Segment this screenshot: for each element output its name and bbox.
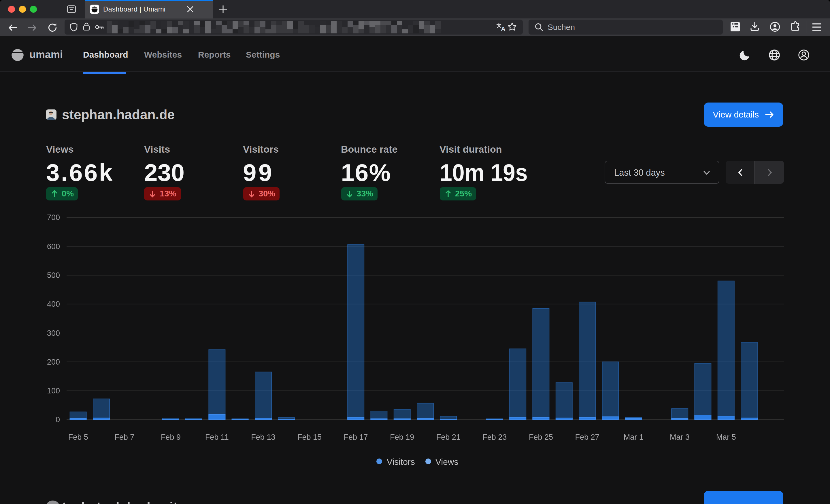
svg-text:Feb 13: Feb 13 — [251, 433, 275, 441]
svg-text:Feb 11: Feb 11 — [205, 433, 229, 441]
svg-text:Feb 15: Feb 15 — [297, 433, 322, 441]
svg-text:500: 500 — [47, 271, 60, 280]
svg-text:Feb 23: Feb 23 — [482, 433, 507, 441]
svg-text:Feb 27: Feb 27 — [575, 433, 600, 441]
svg-text:Mar 5: Mar 5 — [716, 433, 736, 441]
svg-text:Feb 19: Feb 19 — [390, 433, 414, 441]
svg-text:Feb 21: Feb 21 — [436, 433, 460, 441]
svg-text:Feb 5: Feb 5 — [68, 433, 88, 441]
svg-text:Feb 17: Feb 17 — [344, 433, 368, 441]
svg-text:300: 300 — [47, 329, 60, 338]
svg-text:Mar 3: Mar 3 — [670, 433, 690, 441]
svg-text:Feb 7: Feb 7 — [115, 433, 134, 441]
svg-text:600: 600 — [47, 242, 60, 251]
svg-text:400: 400 — [47, 300, 60, 308]
svg-text:Mar 1: Mar 1 — [624, 433, 643, 441]
svg-text:0: 0 — [56, 415, 60, 424]
svg-text:Feb 9: Feb 9 — [161, 433, 181, 441]
svg-text:100: 100 — [47, 387, 60, 395]
svg-text:Feb 25: Feb 25 — [529, 433, 553, 441]
svg-text:200: 200 — [47, 358, 60, 366]
svg-text:700: 700 — [47, 213, 60, 222]
